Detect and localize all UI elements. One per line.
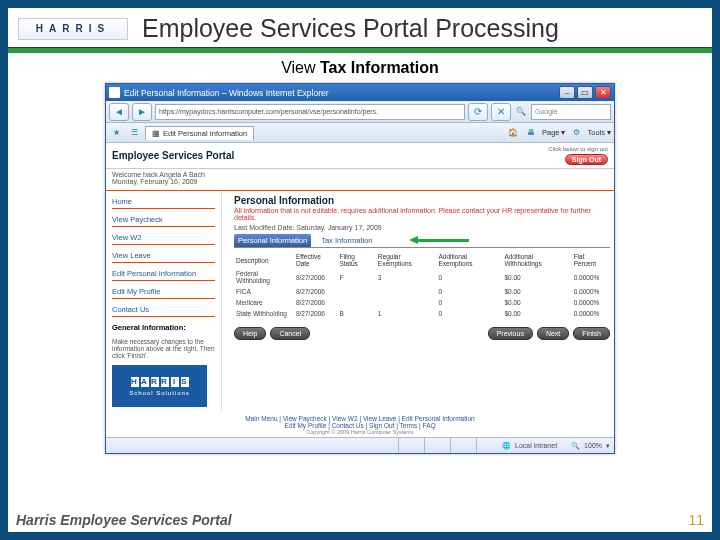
signout-button[interactable]: Sign Out [565,154,608,165]
search-icon: 🔍 [514,105,528,119]
tax-table-body: Federal Withholding 8/27/2006 F 3 0 $0.0… [234,268,610,319]
help-button[interactable]: Help [234,327,266,340]
col-filing: Filing Status [337,252,375,268]
status-sect [398,438,420,453]
harris-logo: HARRIS [18,18,128,40]
table-row: State Withholding 8/27/2006 B 1 0 $0.00 … [234,308,610,319]
tab-label: Edit Personal Information [163,129,247,138]
search-input[interactable]: Google [531,104,611,120]
forward-button[interactable]: ► [132,103,152,121]
previous-button[interactable]: Previous [488,327,533,340]
browser-window: Edit Personal Information – Windows Inte… [105,83,615,454]
feeds-icon[interactable]: ☰ [127,126,141,140]
finish-button[interactable]: Finish [573,327,610,340]
tab-personal-info[interactable]: Personal Information [234,234,311,247]
refresh-button[interactable]: ⟳ [468,103,488,121]
table-header-row: Description Effective Date Filing Status… [234,252,610,268]
nav-contact[interactable]: Contact Us [112,305,215,317]
wizard-buttons: Help Cancel Previous Next Finish [234,327,610,340]
subtabs: Personal Information Tax Information [234,234,610,248]
nav-leave[interactable]: View Leave [112,251,215,263]
welcome-date: Monday, February 16, 2009 [112,178,608,185]
minimize-button[interactable]: – [559,86,575,99]
table-row: Federal Withholding 8/27/2006 F 3 0 $0.0… [234,268,610,286]
nav-edit-personal[interactable]: Edit Personal Information [112,269,215,281]
status-sect [476,438,498,453]
status-sect [450,438,472,453]
section-note: All information that is not editable, re… [234,207,610,221]
tax-table: Description Effective Date Filing Status… [234,252,610,319]
page-menu[interactable]: Page ▾ [542,128,566,137]
slide-subtitle: View Tax Information [8,53,712,83]
general-info-head: General Information: [112,323,215,332]
tab-tax-info[interactable]: Tax Information [319,234,374,247]
subtitle-bold: Tax Information [320,59,439,76]
stop-button[interactable]: ✕ [491,103,511,121]
chevron-down-icon[interactable]: ▾ [606,442,610,450]
tab-toolbar: ★ ☰ ▦ Edit Personal Information 🏠 🖶 Page… [106,123,614,143]
home-icon[interactable]: 🏠 [506,126,520,140]
last-modified: Last Modified Date: Saturday, January 17… [234,224,610,231]
subtitle-pre: View [281,59,320,76]
nav-w2[interactable]: View W2 [112,233,215,245]
table-row: FICA 8/27/2006 0 $0.00 0.0000% [234,286,610,297]
search-placeholder: Google [535,108,558,115]
maximize-button[interactable]: ▭ [577,86,593,99]
table-row: Medicare 8/27/2006 0 $0.00 0.0000% [234,297,610,308]
nav-profile[interactable]: Edit My Profile [112,287,215,299]
browser-tab[interactable]: ▦ Edit Personal Information [145,126,254,140]
print-icon[interactable]: 🖶 [524,126,538,140]
portal-title: Employee Services Portal [112,150,548,161]
status-sect [424,438,446,453]
col-effective: Effective Date [294,252,337,268]
harris-school-logo: HARRIS School Solutions [112,365,207,407]
window-title: Edit Personal Information – Windows Inte… [124,88,557,98]
address-text: https://mypaydocs.harriscomputer.com/per… [159,108,378,115]
tools-icon[interactable]: ⚙ [569,126,583,140]
general-info-body: Make necessary changes to the informatio… [112,338,215,359]
logo-subtext: School Solutions [129,390,190,396]
page-number: 11 [688,512,704,528]
footer-links-1[interactable]: Main Menu | View Paycheck | View W2 | Vi… [108,415,612,422]
col-flat: Flat Percent [572,252,610,268]
titlebar[interactable]: Edit Personal Information – Windows Inte… [106,84,614,101]
side-nav: Home View Paycheck View W2 View Leave Ed… [106,191,221,411]
callout-arrow-icon [409,237,469,244]
signout-area: Click below to sign out Sign Out [548,146,608,165]
logo-blocks: HARRIS [131,377,189,387]
slide-header: HARRIS Employee Services Portal Processi… [8,8,712,48]
col-additional-ex: Additional Exemptions [436,252,502,268]
nav-home[interactable]: Home [112,197,215,209]
slide-title: Employee Services Portal Processing [142,14,559,43]
close-button[interactable]: ✕ [595,86,611,99]
footer-name: Harris Employee Services Portal [16,512,232,528]
main-panel: Personal Information All information tha… [221,191,614,411]
welcome-name: Welcome back Angela A Bach [112,171,608,178]
next-button[interactable]: Next [537,327,569,340]
welcome-bar: Welcome back Angela A Bach Monday, Febru… [106,169,614,191]
cancel-button[interactable]: Cancel [270,327,310,340]
favorites-icon[interactable]: ★ [109,126,123,140]
tools-menu[interactable]: Tools ▾ [587,128,611,137]
globe-icon: 🌐 [502,442,511,450]
portal: Employee Services Portal Click below to … [106,143,614,437]
tab-favicon-icon: ▦ [152,129,160,138]
address-bar[interactable]: https://mypaydocs.harriscomputer.com/per… [155,104,465,120]
favicon-icon [109,87,120,98]
col-additional-wh: Additional Withholdings [502,252,571,268]
status-zone: Local intranet [515,442,557,449]
signout-hint: Click below to sign out [548,146,608,152]
nav-paycheck[interactable]: View Paycheck [112,215,215,227]
zoom-icon[interactable]: 🔍 [571,442,580,450]
back-button[interactable]: ◄ [109,103,129,121]
col-regular: Regular Exemptions [376,252,437,268]
nav-toolbar: ◄ ► https://mypaydocs.harriscomputer.com… [106,101,614,123]
portal-footer: Main Menu | View Paycheck | View W2 | Vi… [106,411,614,437]
footer-copyright: Copyright © 2009 Harris Computer Systems [108,429,612,435]
footer-links-2[interactable]: Edit My Profile | Contact Us | Sign Out … [108,422,612,429]
section-heading: Personal Information [234,195,610,206]
slide-footer: Harris Employee Services Portal 11 [16,512,704,528]
portal-body: Home View Paycheck View W2 View Leave Ed… [106,191,614,411]
status-bar: 🌐 Local intranet 🔍 100% ▾ [106,437,614,453]
status-zoom: 100% [584,442,602,449]
